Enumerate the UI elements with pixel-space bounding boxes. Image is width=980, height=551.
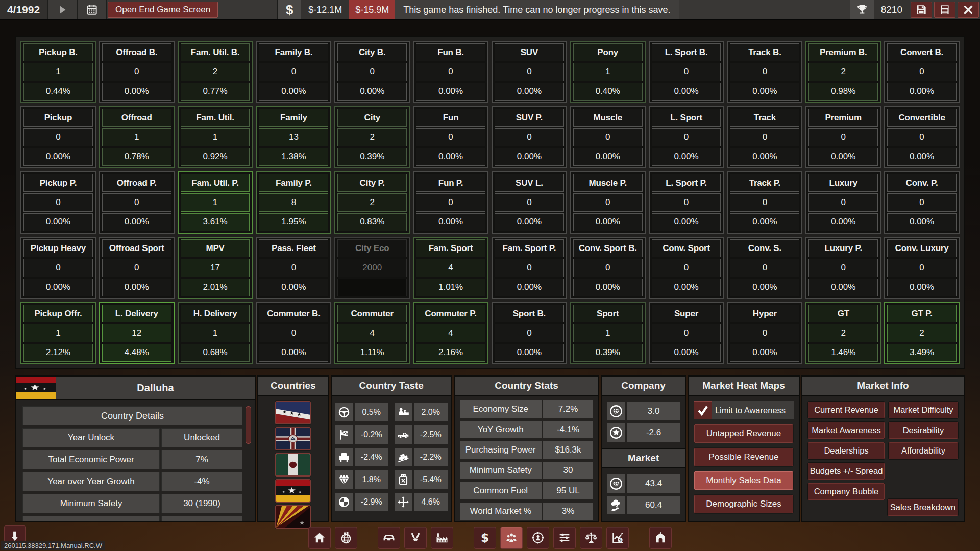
market-info-button-current-revenue[interactable]: Current Revenue: [807, 401, 885, 419]
market-type-cell-h-delivery[interactable]: H. Delivery10.68%: [178, 302, 253, 364]
engine-button[interactable]: [404, 527, 427, 549]
market-type-cell-luxury[interactable]: Luxury00.00%: [805, 171, 881, 234]
market-type-cell-commuter-b[interactable]: Commuter B.00.00%: [256, 302, 331, 364]
market-type-cell-fun-b[interactable]: Fun B.00.00%: [413, 41, 488, 103]
play-button[interactable]: [47, 0, 77, 19]
market-type-cell-suv-p[interactable]: SUV P.00.00%: [492, 106, 567, 168]
country-flag-button-flag-stars-stripe[interactable]: [275, 401, 311, 424]
market-type-cell-premium[interactable]: Premium00.00%: [805, 106, 881, 168]
market-type-cell-convert-b[interactable]: Convert B.00.00%: [884, 41, 960, 103]
home-button[interactable]: [308, 527, 331, 549]
market-type-cell-pass-fleet[interactable]: Pass. Fleet00.00%: [256, 237, 331, 299]
market-info-button-company-bubble[interactable]: Company Bubble: [807, 483, 885, 500]
market-type-cell-suv[interactable]: SUV00.00%: [492, 41, 567, 103]
market-type-cell-pickup[interactable]: Pickup00.00%: [20, 106, 96, 168]
reports-button[interactable]: [934, 2, 955, 18]
heatmap-button-untapped-revenue[interactable]: Untapped Revenue: [694, 424, 794, 443]
market-type-cell-pickup-heavy[interactable]: Pickup Heavy00.00%: [20, 237, 96, 299]
market-type-cell-city-eco[interactable]: City Eco2000: [334, 237, 410, 299]
save-button[interactable]: [911, 2, 932, 18]
market-info-button-market-difficulty[interactable]: Market Difficulty: [888, 401, 959, 419]
heatmap-button-demographic-sizes[interactable]: Demographic Sizes: [694, 494, 794, 514]
market-type-cell-convertible[interactable]: Convertible00.00%: [884, 106, 960, 168]
market-type-cell-commuter[interactable]: Commuter41.11%: [334, 302, 410, 364]
market-type-cell-track[interactable]: Track00.00%: [727, 106, 802, 168]
country-flag-button-flag-dalluha[interactable]: [275, 479, 311, 503]
market-type-cell-family-b[interactable]: Family B.00.00%: [256, 41, 331, 103]
calendar-button[interactable]: [77, 0, 107, 19]
market-type-cell-city-p[interactable]: City P.20.83%: [334, 171, 410, 234]
car-button[interactable]: [378, 527, 400, 549]
market-type-cell-commuter-p[interactable]: Commuter P.42.16%: [413, 302, 488, 364]
people-button[interactable]: [500, 527, 523, 549]
market-type-cell-fun[interactable]: Fun00.00%: [413, 106, 488, 168]
money-chart-button[interactable]: $: [606, 527, 629, 549]
market-type-cell-fam-sport-p[interactable]: Fam. Sport P.00.00%: [492, 237, 567, 299]
market-type-cell-city[interactable]: City20.39%: [334, 106, 410, 168]
factory-button[interactable]: [431, 527, 453, 549]
market-type-cell-sport[interactable]: Sport10.39%: [570, 302, 646, 364]
globe-city-button[interactable]: [335, 527, 357, 549]
market-type-cell-family[interactable]: Family131.38%: [256, 106, 331, 168]
country-flag-button-flag-green-circle[interactable]: [275, 453, 311, 477]
market-type-cell-suv-l[interactable]: SUV L.00.00%: [492, 171, 567, 234]
market-type-cell-pickup-b[interactable]: Pickup B.10.44%: [20, 41, 96, 103]
market-type-cell-pickup-offr[interactable]: Pickup Offr.12.12%: [20, 302, 96, 364]
market-info-button-market-awareness[interactable]: Market Awareness: [807, 421, 885, 439]
market-type-cell-pony[interactable]: Pony10.40%: [570, 41, 646, 103]
market-info-button-affordability[interactable]: Affordability: [888, 442, 959, 460]
cell-percent: 0.00%: [573, 148, 643, 166]
market-type-cell-premium-b[interactable]: Premium B.20.98%: [805, 41, 881, 103]
market-type-cell-fam-util[interactable]: Fam. Util.10.92%: [178, 106, 253, 168]
market-type-cell-offroad-sport[interactable]: Offroad Sport00.00%: [99, 237, 175, 299]
scrollbar-thumb[interactable]: [246, 406, 251, 444]
market-type-cell-l-sport[interactable]: L. Sport00.00%: [649, 106, 724, 168]
close-button[interactable]: [958, 2, 979, 18]
market-info-button-budgets-spread[interactable]: Budgets +/- Spread: [807, 462, 885, 480]
dealership-button[interactable]: [649, 527, 672, 549]
market-type-cell-conv-sport[interactable]: Conv. Sport00.00%: [649, 237, 724, 299]
market-info-button-dealerships[interactable]: Dealerships: [807, 442, 885, 460]
market-type-cell-conv-p[interactable]: Conv. P.00.00%: [884, 171, 960, 234]
country-flag-button-flag-naval-cross[interactable]: [275, 427, 311, 450]
market-type-cell-l-delivery[interactable]: L. Delivery124.48%: [99, 302, 175, 364]
market-type-cell-pickup-p[interactable]: Pickup P.00.00%: [20, 171, 96, 234]
market-type-cell-l-sport-p[interactable]: L. Sport P.00.00%: [649, 171, 724, 234]
market-type-cell-l-sport-b[interactable]: L. Sport B.00.00%: [649, 41, 724, 103]
market-type-cell-offroad[interactable]: Offroad10.78%: [99, 106, 175, 168]
market-type-cell-luxury-p[interactable]: Luxury P.00.00%: [805, 237, 881, 299]
market-info-button-sales-breakdown[interactable]: Sales Breakdown: [887, 498, 959, 516]
market-type-cell-super[interactable]: Super00.00%: [649, 302, 724, 364]
heatmap-button-possible-revenue[interactable]: Possible Revenue: [694, 447, 794, 467]
market-type-cell-fun-p[interactable]: Fun P.00.00%: [413, 171, 488, 234]
market-type-cell-hyper[interactable]: Hyper00.00%: [727, 302, 802, 364]
market-type-cell-muscle[interactable]: Muscle00.00%: [570, 106, 646, 168]
market-type-cell-family-p[interactable]: Family P.81.95%: [256, 171, 331, 234]
market-type-cell-conv-sport-b[interactable]: Conv. Sport B.00.00%: [570, 237, 646, 299]
market-type-cell-fam-util-p[interactable]: Fam. Util. P.13.61%: [178, 171, 253, 234]
country-details-scrollbar[interactable]: [244, 406, 252, 521]
market-type-cell-offroad-p[interactable]: Offroad P.00.00%: [99, 171, 175, 234]
market-type-cell-city-b[interactable]: City B.00.00%: [334, 41, 410, 103]
market-type-cell-gt[interactable]: GT21.46%: [805, 302, 881, 364]
market-type-cell-fam-sport[interactable]: Fam. Sport41.01%: [413, 237, 488, 299]
market-info-button-desirability[interactable]: Desirability: [888, 421, 959, 439]
market-type-cell-track-b[interactable]: Track B.00.00%: [727, 41, 802, 103]
market-type-cell-offroad-b[interactable]: Offroad B.00.00%: [99, 41, 175, 103]
checkbox-checked-icon[interactable]: [694, 401, 712, 419]
market-type-cell-track-p[interactable]: Track P.00.00%: [727, 171, 802, 234]
market-type-cell-conv-s[interactable]: Conv. S.00.00%: [727, 237, 802, 299]
market-type-cell-mpv[interactable]: MPV172.01%: [178, 237, 253, 299]
market-type-cell-gt-p[interactable]: GT P.23.49%: [884, 302, 960, 364]
balance-scale-button[interactable]: [580, 527, 602, 549]
dollar-button[interactable]: $: [474, 527, 496, 549]
open-end-game-button[interactable]: Open End Game Screen: [108, 2, 218, 18]
sliders-button[interactable]: [553, 527, 576, 549]
market-type-cell-sport-b[interactable]: Sport B.00.00%: [492, 302, 567, 364]
person-target-button[interactable]: [527, 527, 549, 549]
heatmap-button-monthly-sales-data[interactable]: Monthly Sales Data: [694, 471, 794, 490]
market-type-cell-muscle-p[interactable]: Muscle P.00.00%: [570, 171, 646, 234]
market-type-cell-conv-luxury[interactable]: Conv. Luxury00.00%: [884, 237, 960, 299]
limit-to-awareness-checkbox-row[interactable]: Limit to Awareness: [694, 401, 794, 419]
market-type-cell-fam-util-b[interactable]: Fam. Util. B.20.77%: [178, 41, 253, 103]
